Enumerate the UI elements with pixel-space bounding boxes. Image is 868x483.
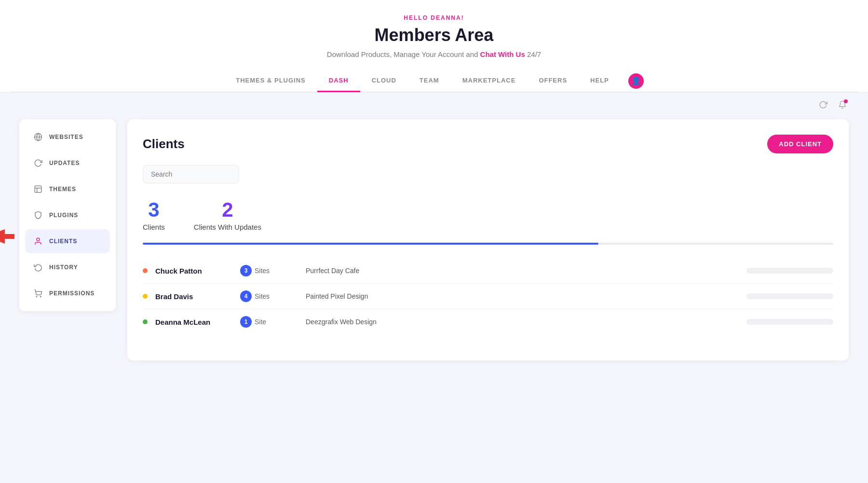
sidebar-item-websites-label: WEBSITES	[49, 134, 83, 140]
status-dot-orange	[143, 268, 148, 273]
stat-total-clients-label: Clients	[143, 223, 165, 231]
sidebar-item-themes-label: THEMES	[49, 186, 76, 193]
tab-dash[interactable]: DASH	[317, 70, 360, 92]
client-company: Deezgrafix Web Design	[306, 318, 739, 326]
table-row[interactable]: Deanna McLean 1 Site Deezgrafix Web Desi…	[143, 309, 833, 334]
sites-badge: 4 Sites	[240, 290, 298, 302]
sidebar-item-themes[interactable]: THEMES	[25, 177, 110, 201]
tab-themes-plugins[interactable]: THEMES & PLUGINS	[224, 70, 317, 92]
sidebar-item-permissions-label: PERMISSIONS	[49, 290, 95, 297]
notification-dot	[844, 99, 848, 103]
notification-button[interactable]	[836, 98, 849, 113]
tab-cloud[interactable]: CLOUD	[360, 70, 408, 92]
sidebar-item-plugins[interactable]: PLUGINS	[25, 203, 110, 227]
client-company: Painted Pixel Design	[306, 292, 739, 300]
themes-icon	[33, 184, 43, 194]
main-nav: THEMES & PLUGINS DASH CLOUD TEAM MARKETP…	[10, 70, 858, 92]
status-dot-yellow	[143, 294, 148, 299]
stat-total-clients: 3 Clients	[143, 199, 165, 231]
plugins-icon	[33, 210, 43, 221]
hello-greeting: HELLO DEANNA!	[10, 14, 858, 21]
client-list: Chuck Patton 3 Sites Purrfect Day Cafe B…	[143, 258, 833, 334]
progress-bar-fill	[143, 243, 598, 245]
stat-clients-updates: 2 Clients With Updates	[194, 199, 261, 231]
add-client-button[interactable]: ADD CLIENT	[767, 135, 833, 153]
sites-badge: 3 Sites	[240, 265, 298, 276]
client-blurred-info	[746, 293, 833, 299]
svg-point-8	[41, 296, 41, 297]
sidebar-item-clients[interactable]: CLIENTS	[25, 229, 110, 253]
client-company: Purrfect Day Cafe	[306, 267, 739, 275]
svg-point-6	[37, 238, 40, 241]
svg-marker-0	[0, 229, 14, 244]
updates-icon	[33, 158, 43, 168]
sites-badge: 1 Site	[240, 316, 298, 328]
globe-icon	[33, 132, 43, 142]
sidebar-wrapper: WEBSITES UPDATES THEMES PLUGINS	[19, 119, 116, 311]
stat-clients-updates-label: Clients With Updates	[194, 223, 261, 231]
main-layout: WEBSITES UPDATES THEMES PLUGINS	[0, 119, 868, 380]
sidebar-item-history[interactable]: HISTORY	[25, 255, 110, 279]
client-blurred-info	[746, 319, 833, 325]
sites-label: Site	[255, 318, 266, 326]
sites-label: Sites	[255, 292, 270, 300]
tab-marketplace[interactable]: MARKETPLACE	[451, 70, 528, 92]
clients-title: Clients	[143, 137, 185, 152]
sidebar-item-plugins-label: PLUGINS	[49, 212, 78, 219]
tab-offers[interactable]: OFFERS	[527, 70, 579, 92]
svg-rect-3	[35, 186, 41, 193]
sidebar-item-websites[interactable]: WEBSITES	[25, 125, 110, 149]
stat-clients-updates-number: 2	[194, 199, 261, 221]
tab-help[interactable]: HELP	[579, 70, 621, 92]
tab-team[interactable]: TEAM	[408, 70, 451, 92]
subtitle-prefix: Download Products, Manage Your Account a…	[327, 50, 478, 58]
sidebar-item-updates-label: UPDATES	[49, 160, 80, 166]
sites-count-badge: 3	[240, 265, 252, 276]
client-blurred-info	[746, 268, 833, 274]
subtitle-suffix: 24/7	[527, 50, 541, 58]
arrow-indicator	[0, 229, 14, 246]
table-row[interactable]: Chuck Patton 3 Sites Purrfect Day Cafe	[143, 258, 833, 284]
sidebar: WEBSITES UPDATES THEMES PLUGINS	[19, 119, 116, 311]
stats-row: 3 Clients 2 Clients With Updates	[143, 199, 833, 231]
clients-icon	[33, 236, 43, 247]
progress-bar-container	[143, 243, 833, 245]
sidebar-item-permissions[interactable]: PERMISSIONS	[25, 281, 110, 305]
history-icon	[33, 262, 43, 273]
user-avatar-icon[interactable]: 👤	[628, 73, 644, 89]
permissions-icon	[33, 288, 43, 299]
svg-point-7	[36, 296, 37, 297]
content-header: Clients ADD CLIENT	[143, 135, 833, 153]
chat-with-us-link[interactable]: Chat With Us	[480, 50, 525, 58]
toolbar	[0, 93, 868, 119]
sidebar-item-clients-label: CLIENTS	[49, 238, 77, 245]
subtitle: Download Products, Manage Your Account a…	[10, 50, 858, 58]
sites-count-badge: 1	[240, 316, 252, 328]
content-area: Clients ADD CLIENT 3 Clients 2 Clients W…	[127, 119, 849, 360]
header: HELLO DEANNA! Members Area Download Prod…	[0, 0, 868, 93]
sites-count-badge: 4	[240, 290, 252, 302]
sites-label: Sites	[255, 267, 270, 275]
client-name: Brad Davis	[155, 292, 232, 301]
client-name: Deanna McLean	[155, 318, 232, 326]
stat-total-clients-number: 3	[143, 199, 165, 221]
search-input[interactable]	[143, 165, 239, 183]
refresh-button[interactable]	[817, 98, 829, 113]
client-name: Chuck Patton	[155, 267, 232, 275]
status-dot-green	[143, 319, 148, 324]
sidebar-item-updates[interactable]: UPDATES	[25, 151, 110, 175]
page-title: Members Area	[10, 25, 858, 45]
sidebar-item-history-label: HISTORY	[49, 264, 78, 271]
table-row[interactable]: Brad Davis 4 Sites Painted Pixel Design	[143, 284, 833, 309]
